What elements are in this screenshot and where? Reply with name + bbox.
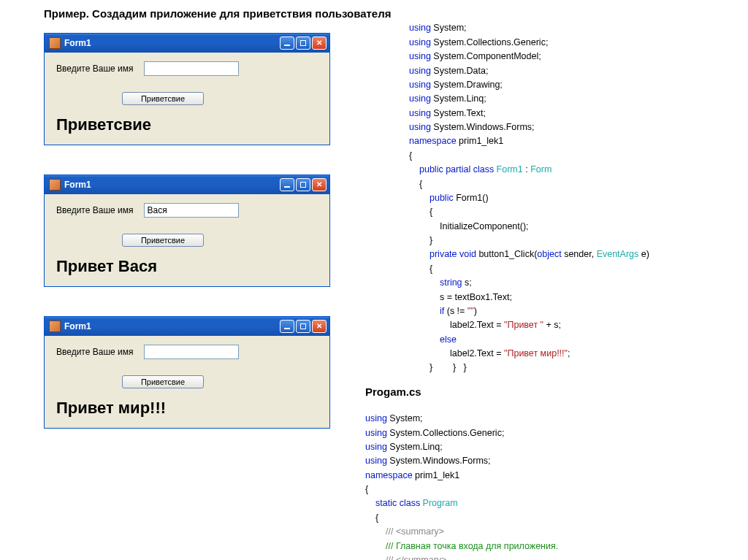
maximize-icon[interactable] xyxy=(296,37,310,50)
name-label: Введите Ваше имя xyxy=(56,347,134,357)
window-form1-c: Form1 Введите Ваше имя Приветсвие Привет… xyxy=(44,316,330,429)
name-input[interactable]: Вася xyxy=(144,203,239,218)
form-icon xyxy=(49,179,61,191)
greet-button[interactable]: Приветсвие xyxy=(122,375,204,388)
code-block-program: using System; using System.Collections.G… xyxy=(365,398,748,560)
titlebar[interactable]: Form1 xyxy=(45,175,329,194)
code-file-title: Progam.cs xyxy=(365,386,421,398)
result-label: Привет Вася xyxy=(56,257,318,276)
titlebar[interactable]: Form1 xyxy=(45,317,329,336)
window-title: Form1 xyxy=(64,321,91,331)
name-label: Введите Ваше имя xyxy=(56,205,134,215)
greet-button[interactable]: Приветсвие xyxy=(122,92,204,105)
code-block-form1: using System; using System.Collections.G… xyxy=(409,7,748,375)
window-form1-b: Form1 Введите Ваше имя Вася Приветсвие П… xyxy=(44,174,330,287)
form-icon xyxy=(49,321,61,332)
result-label: Привет мир!!! xyxy=(56,399,318,418)
close-icon[interactable] xyxy=(312,320,327,333)
window-form1-a: Form1 Введите Ваше имя Приветсвие Привет… xyxy=(44,33,330,145)
name-input[interactable] xyxy=(144,345,239,359)
close-icon[interactable] xyxy=(312,178,327,191)
titlebar[interactable]: Form1 xyxy=(45,34,329,53)
name-input[interactable] xyxy=(144,61,239,76)
maximize-icon[interactable] xyxy=(296,320,310,333)
form-icon xyxy=(49,37,61,49)
maximize-icon[interactable] xyxy=(296,178,310,191)
window-title: Form1 xyxy=(64,38,91,48)
minimize-icon[interactable] xyxy=(280,178,294,191)
window-title: Form1 xyxy=(64,180,91,190)
minimize-icon[interactable] xyxy=(280,37,294,50)
name-label: Введите Ваше имя xyxy=(56,64,134,74)
result-label: Приветсвие xyxy=(56,115,318,134)
page-heading: Пример. Создадим приложение для приветст… xyxy=(44,7,394,20)
greet-button[interactable]: Приветсвие xyxy=(122,234,204,247)
close-icon[interactable] xyxy=(312,37,327,50)
minimize-icon[interactable] xyxy=(280,320,294,333)
